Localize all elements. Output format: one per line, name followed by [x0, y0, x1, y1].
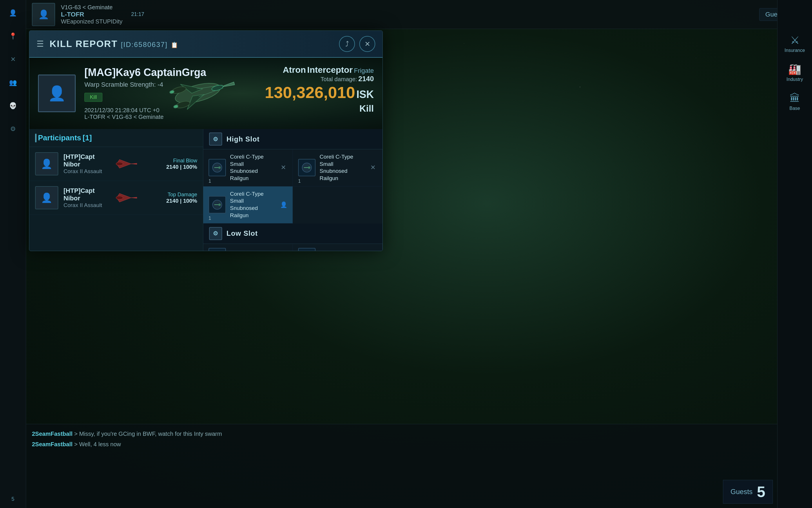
svg-marker-15: [131, 197, 137, 198]
victim-avatar: 👤: [38, 75, 76, 112]
damage-value-2: 2140: [166, 198, 178, 204]
high-slot-item-name-2: Coreli C-Type SmallSnubnosed Railgun: [319, 154, 365, 182]
player-name: L-TOFR: [61, 11, 122, 18]
chat-area: 2SeamFastball > Missy, if you're GCing i…: [26, 424, 777, 508]
svg-marker-12: [131, 163, 137, 164]
participant-ship-image-2: [111, 190, 140, 205]
system-info: V1G-63 < Geminate: [61, 4, 122, 11]
left-sidebar: 👤 📍 ✕ 👥 💀 ⚙ 5: [0, 0, 26, 508]
sidebar-skull-icon[interactable]: 💀: [6, 98, 20, 113]
damage-value: 2140: [166, 164, 178, 170]
player-avatar: 👤: [32, 3, 55, 26]
sidebar-item-industry[interactable]: 🏭 Industry: [783, 61, 807, 84]
high-slot-item-icon-3: [209, 196, 226, 213]
participant-item[interactable]: 👤 [HTP]Capt Nibor Corax II Assault: [29, 147, 203, 181]
time-display: 21:17: [131, 11, 144, 17]
svg-point-22: [308, 166, 310, 169]
total-damage-value: 2140: [358, 75, 374, 83]
sidebar-settings-icon[interactable]: ⚙: [6, 122, 20, 136]
damage-percent: 2140 | 100%: [145, 164, 197, 170]
sidebar-item-base[interactable]: 🏛 Base: [783, 90, 807, 113]
base-label: Base: [789, 106, 800, 111]
high-slot-item-icon-1: [209, 159, 226, 176]
participant-avatar: 👤: [35, 152, 58, 175]
system-name: V1G-63: [61, 4, 81, 10]
kill-result: Kill: [265, 103, 374, 114]
kill-report-title: KILL REPORT [ID:6580637] 📋: [50, 39, 179, 49]
high-slot-item-1[interactable]: Coreli C-Type SmallSnubnosed Railgun ✕ 1: [203, 149, 293, 186]
insurance-label: Insurance: [784, 48, 805, 53]
ship-image: [139, 60, 250, 124]
high-slot-item-3[interactable]: Coreli C-Type SmallSnubnosed Railgun 👤 1: [203, 186, 293, 223]
pilot-icon: 👤: [280, 201, 287, 208]
guests-bottom-label: Guests: [730, 488, 753, 496]
sidebar-number: 5: [11, 496, 14, 502]
low-slot-item-name-2: Smuggler SmallAfterburner: [319, 249, 365, 251]
close-icon-2[interactable]: ✕: [369, 162, 377, 173]
menu-icon[interactable]: ☰: [37, 39, 44, 49]
participant-info-2: [HTP]Capt Nibor Corax II Assault: [63, 187, 105, 209]
participants-panel: Participants [1] 👤 [HTP]Capt Nibor Corax…: [29, 129, 203, 251]
item-qty-3: 1: [209, 216, 211, 221]
damage-info-2: 2140 | 100%: [145, 198, 197, 204]
svg-point-13: [116, 162, 123, 166]
participant-stats: Final Blow 2140 | 100%: [145, 158, 197, 170]
high-slot-item-2[interactable]: Coreli C-Type SmallSnubnosed Railgun ✕ 1: [293, 149, 383, 186]
chat-sender-1: 2SeamFastball: [32, 431, 73, 437]
participant-ship-image: [111, 157, 140, 171]
guests-bottom-panel: Guests 5: [723, 480, 773, 504]
sidebar-social-icon[interactable]: 👥: [6, 75, 20, 90]
participants-title: Participants: [38, 133, 81, 142]
svg-point-25: [218, 204, 221, 206]
corp-name: WEaponized STUPIDity: [61, 18, 122, 25]
guests-bottom-count: 5: [757, 483, 765, 501]
low-slot-item-1[interactable]: 'Dealer' SmallMicrowarpdrive ✕ 1: [203, 244, 293, 251]
participant-ship: Corax II Assault: [63, 168, 105, 175]
chat-line-1: 2SeamFastball > Missy, if you're GCing i…: [32, 429, 771, 439]
chat-sender-2: 2SeamFastball: [32, 441, 73, 448]
low-slot-item-2[interactable]: Smuggler SmallAfterburner ✕ 1: [293, 244, 383, 251]
ship-info-area: 👤 [MAG]Kay6 CaptainGrga Warp Scramble St…: [29, 58, 383, 129]
kill-report-body: Participants [1] 👤 [HTP]Capt Nibor Corax…: [29, 129, 383, 251]
isk-row: 130,326,010 ISK: [265, 83, 374, 102]
item-qty-2: 1: [298, 179, 301, 184]
region-name: Geminate: [88, 4, 113, 10]
participant-info: [HTP]Capt Nibor Corax II Assault: [63, 153, 105, 175]
low-slot-item-name-1: 'Dealer' SmallMicrowarpdrive: [230, 249, 275, 251]
bottom-right-panels: Guests 5: [719, 475, 777, 508]
sidebar-close-icon[interactable]: ✕: [6, 52, 20, 67]
chat-text-1: > Missy, if you're GCing in BWF, watch f…: [74, 431, 222, 437]
low-slot-header: ⚙ Low Slot: [203, 223, 383, 244]
slots-panel: ⚙ High Slot Coreli C-: [203, 129, 383, 251]
ship-name-type: Atron Interceptor Frigate: [265, 65, 374, 75]
low-slot-items: 'Dealer' SmallMicrowarpdrive ✕ 1: [203, 244, 383, 251]
close-button[interactable]: ✕: [359, 36, 375, 52]
low-slot-label: Low Slot: [226, 229, 258, 238]
item-qty-1: 1: [209, 179, 211, 184]
sidebar-item-insurance[interactable]: ⚔ Insurance: [783, 32, 807, 55]
export-button[interactable]: ⤴: [339, 36, 355, 52]
damage-percent: 100%: [183, 164, 197, 170]
isk-unit: ISK: [356, 88, 374, 100]
isk-value: 130,326,010: [265, 83, 355, 101]
top-damage-label: Top Damage: [145, 192, 197, 198]
participant-name-2: [HTP]Capt Nibor: [63, 187, 105, 202]
sidebar-character-icon[interactable]: 👤: [6, 6, 20, 20]
svg-point-16: [116, 196, 123, 200]
sidebar-location-icon[interactable]: 📍: [6, 29, 20, 43]
chat-text-2: > Well, 4 less now: [74, 441, 121, 448]
total-damage-row: Total damage: 2140: [265, 75, 374, 83]
participant-item[interactable]: 👤 [HTP]Capt Nibor Corax II Assault: [29, 181, 203, 215]
high-slot-item-icon-2: [298, 159, 315, 176]
participants-header: Participants [1]: [29, 129, 203, 147]
close-icon: ✕: [365, 40, 370, 48]
participant-stats-2: Top Damage 2140 | 100%: [145, 192, 197, 204]
copy-icon[interactable]: 📋: [171, 42, 179, 48]
total-damage-label: Total damage:: [321, 76, 357, 82]
high-slot-header: ⚙ High Slot: [203, 129, 383, 149]
close-icon-1[interactable]: ✕: [279, 162, 287, 173]
player-info-block: V1G-63 < Geminate L-TOFR WEaponized STUP…: [61, 4, 122, 25]
industry-label: Industry: [786, 77, 803, 82]
right-sidebar: ⚔ Insurance 🏭 Industry 🏛 Base: [777, 0, 812, 508]
participant-name: [HTP]Capt Nibor: [63, 153, 105, 168]
